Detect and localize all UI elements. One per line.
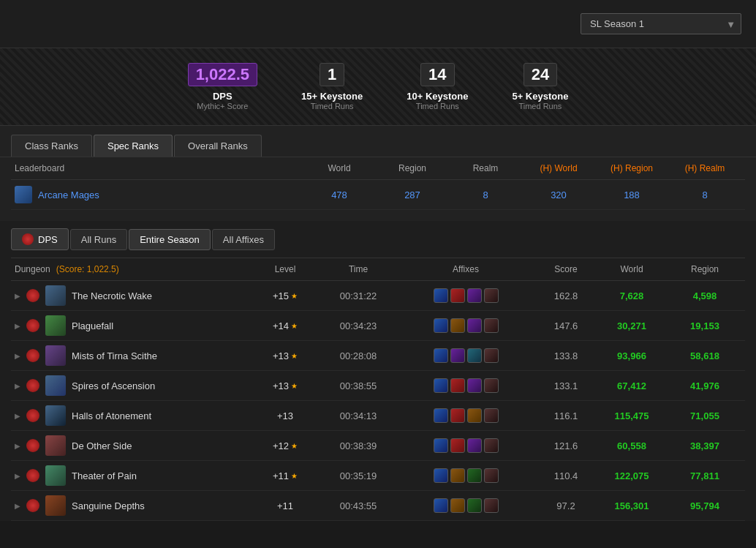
- dungeon-region-2: 58,618: [668, 350, 741, 361]
- timed-star-icon: ★: [291, 442, 298, 450]
- dungeon-score-4: 116.1: [537, 410, 595, 421]
- expand-arrow-icon[interactable]: ▶: [15, 472, 20, 480]
- dt-col-2: Time: [322, 264, 395, 274]
- dungeon-thumbnail: [45, 495, 66, 516]
- dungeon-affixes-7: [395, 498, 537, 513]
- dungeon-thumbnail: [45, 345, 66, 366]
- stat-sublabel-1: Timed Runs: [301, 102, 363, 110]
- dt-col-0: Dungeon(Score: 1,022.5): [15, 264, 249, 274]
- dungeon-affixes-2: [395, 348, 537, 363]
- dungeon-name-cell-5: ▶De Other Side: [15, 435, 249, 456]
- dungeon-level-6: +11★: [249, 470, 322, 481]
- lb-h_region: 188: [595, 189, 668, 200]
- lb-realm: 8: [449, 189, 522, 200]
- lb-col-6: (H) Realm: [668, 163, 741, 173]
- filter-tab-all-runs[interactable]: All Runs: [70, 229, 127, 250]
- dungeon-affixes-4: [395, 408, 537, 423]
- dungeon-score-0: 162.8: [537, 290, 595, 301]
- dungeon-affixes-1: [395, 318, 537, 333]
- filter-tab-entire-season[interactable]: Entire Season: [129, 229, 211, 250]
- dungeon-level-1: +14★: [249, 320, 322, 331]
- dungeon-world-1: 30,271: [595, 320, 668, 331]
- dungeon-affixes-3: [395, 378, 537, 393]
- expand-arrow-icon[interactable]: ▶: [15, 292, 20, 300]
- filter-tab-dps[interactable]: DPS: [11, 228, 69, 250]
- dungeon-level-3: +13★: [249, 380, 322, 391]
- stat-item-3: 24 5+ Keystone Timed Runs: [512, 63, 568, 110]
- dungeon-thumbnail: [45, 405, 66, 426]
- dungeon-name: Theater of Pain: [72, 470, 137, 481]
- affix-icon-1: [450, 438, 465, 453]
- affix-icon-2: [467, 318, 482, 333]
- affix-icon-0: [434, 468, 448, 483]
- rank-tab-class-ranks[interactable]: Class Ranks: [11, 135, 92, 157]
- lb-col-2: Region: [376, 163, 449, 173]
- dungeon-row: ▶Spires of Ascension+13★00:38:55133.167,…: [11, 371, 745, 401]
- dungeon-score-3: 133.1: [537, 380, 595, 391]
- affix-icon-3: [484, 378, 499, 393]
- filter-tab-all-affixes[interactable]: All Affixes: [212, 229, 275, 250]
- affix-icon-2: [467, 288, 482, 303]
- affix-icon-0: [434, 438, 448, 453]
- rank-tab-spec-ranks[interactable]: Spec Ranks: [94, 135, 173, 157]
- season-selector[interactable]: SL Season 1SL Season 2SL Season 3 ▼: [581, 13, 741, 34]
- lb-h_realm: 8: [668, 189, 741, 200]
- lb-h_world: 320: [522, 189, 595, 200]
- dungeon-row: ▶Sanguine Depths+1100:43:5597.2156,30195…: [11, 491, 745, 521]
- dungeon-thumbnail: [45, 435, 66, 456]
- timed-star-icon: ★: [291, 322, 298, 330]
- page-header: SL Season 1SL Season 2SL Season 3 ▼: [0, 0, 756, 48]
- dungeon-time-1: 00:34:23: [322, 320, 395, 331]
- dungeon-time-2: 00:28:08: [322, 350, 395, 361]
- filter-tabs-row: DPSAll RunsEntire SeasonAll Affixes: [11, 221, 745, 258]
- stat-sublabel-3: Timed Runs: [512, 102, 568, 110]
- role-icon: [26, 319, 39, 332]
- affix-icon-3: [484, 408, 499, 423]
- dungeon-level-7: +11: [249, 500, 322, 511]
- timed-star-icon: ★: [291, 382, 298, 390]
- dungeon-region-3: 41,976: [668, 380, 741, 391]
- dungeon-time-5: 00:38:39: [322, 440, 395, 451]
- expand-arrow-icon[interactable]: ▶: [15, 352, 20, 360]
- affix-icon-3: [484, 318, 499, 333]
- lb-col-5: (H) Region: [595, 163, 668, 173]
- dungeon-world-0: 7,628: [595, 290, 668, 301]
- lb-name-link[interactable]: Arcane Mages: [38, 189, 99, 200]
- expand-arrow-icon[interactable]: ▶: [15, 322, 20, 330]
- filter-tab-label-1: All Runs: [81, 234, 116, 245]
- dungeon-thumbnail: [45, 375, 66, 396]
- stat-label-3: 5+ Keystone: [512, 91, 568, 102]
- affix-icon-0: [434, 408, 448, 423]
- season-select-input[interactable]: SL Season 1SL Season 2SL Season 3: [581, 13, 741, 34]
- lb-col-4: (H) World: [522, 163, 595, 173]
- affix-icon-0: [434, 318, 448, 333]
- role-icon: [26, 349, 39, 362]
- affix-icon-3: [484, 468, 499, 483]
- dungeon-name-cell-4: ▶Halls of Atonement: [15, 405, 249, 426]
- role-icon: [26, 439, 39, 452]
- dungeon-row: ▶Theater of Pain+11★00:35:19110.4122,075…: [11, 461, 745, 491]
- expand-arrow-icon[interactable]: ▶: [15, 382, 20, 390]
- dungeon-region-7: 95,794: [668, 500, 741, 511]
- rank-tabs-section: Class RanksSpec RanksOverall Ranks: [0, 126, 756, 157]
- stats-banner: 1,022.5 DPS Mythic+ Score 1 15+ Keystone…: [0, 48, 756, 126]
- dungeon-row: ▶Mists of Tirna Scithe+13★00:28:08133.89…: [11, 341, 745, 371]
- affix-icon-3: [484, 438, 499, 453]
- dt-col-3: Affixes: [395, 264, 537, 274]
- stat-item-2: 14 10+ Keystone Timed Runs: [407, 63, 468, 110]
- rank-tabs-row: Class RanksSpec RanksOverall Ranks: [11, 135, 745, 157]
- expand-arrow-icon[interactable]: ▶: [15, 412, 20, 420]
- rank-tab-overall-ranks[interactable]: Overall Ranks: [174, 135, 262, 157]
- dungeon-row: ▶The Necrotic Wake+15★00:31:22162.87,628…: [11, 281, 745, 311]
- affix-icon-1: [450, 348, 465, 363]
- affix-icon-2: [467, 348, 482, 363]
- role-icon: [26, 409, 39, 422]
- dungeon-time-7: 00:43:55: [322, 500, 395, 511]
- dungeon-region-4: 71,055: [668, 410, 741, 421]
- dungeon-name: Plaguefall: [72, 320, 113, 331]
- lb-col-1: World: [303, 163, 376, 173]
- dungeon-affixes-5: [395, 438, 537, 453]
- expand-arrow-icon[interactable]: ▶: [15, 502, 20, 510]
- expand-arrow-icon[interactable]: ▶: [15, 442, 20, 450]
- affix-icon-2: [467, 408, 482, 423]
